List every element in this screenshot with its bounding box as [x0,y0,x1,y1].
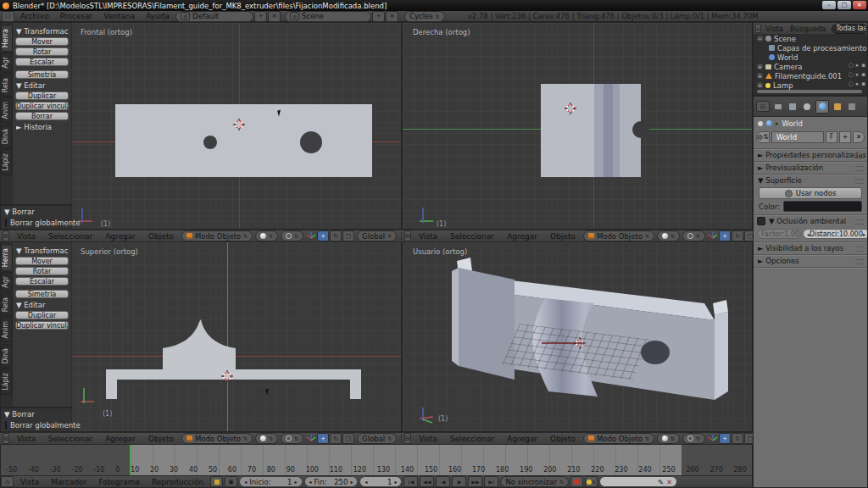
menu-agregar[interactable]: Agregar [100,232,141,241]
next-keyframe-button[interactable]: ▶▶ [468,476,482,487]
usar-nodos-button[interactable]: Usar nodos [759,187,862,199]
menu-procesar[interactable]: Procesar [55,12,98,20]
shelf-tab-animacion[interactable]: Anim [1,317,13,343]
menu-agregar[interactable]: Agregar [502,232,542,241]
editor-type-icon[interactable]: ⊞ [3,230,9,241]
timeline-editor-icon[interactable]: ◷ [1,476,14,487]
fake-user-button[interactable]: F [826,131,837,143]
outliner-editor-icon[interactable]: ≡ [755,24,761,33]
rotar-button[interactable]: Rotar [15,47,69,56]
expand-icon[interactable]: + [757,64,763,69]
mode-dropdown[interactable]: Modo Objeto⇅ [583,230,654,241]
panel-transformacion[interactable]: ▼ Transformación [16,247,69,255]
mover-button[interactable]: Mover [15,257,69,265]
escalar-button[interactable]: Escalar [15,277,69,286]
panel-historia[interactable]: ► Historia [16,123,69,131]
eyedropper-icon[interactable]: ✎ [658,478,664,486]
mover-button[interactable]: Mover [15,37,69,46]
manipulator-axes-icon[interactable] [708,433,718,442]
panel-editar[interactable]: ▼ Editar [16,81,69,90]
operator-panel-title[interactable]: ▼ Borrar [4,208,69,216]
close-button[interactable]: ✕ [853,1,866,9]
duplicar-button[interactable]: Duplicar [15,311,69,319]
timeline-menu-vista[interactable]: Vista [15,478,44,486]
restrict-icons[interactable]: ○▸▪ [849,80,865,87]
tab-render[interactable] [772,101,784,113]
jump-to-start-button[interactable]: |◀ [403,476,418,487]
pin-icon[interactable] [758,121,763,126]
duplicar-button[interactable]: Duplicar [15,92,69,100]
mode-dropdown[interactable]: Modo Objeto⇅ [181,230,253,241]
translate-manipulator-button[interactable]: + [317,433,329,444]
borrar-globalmente-checkbox[interactable] [5,219,7,227]
outliner-row-world[interactable]: World [754,53,867,62]
lock-frame-range-button[interactable]: ▣ [225,476,237,487]
simetria-button[interactable]: Simetría [15,70,69,79]
menu-vista[interactable]: Vista [12,435,41,443]
duplicar-vinculado-button[interactable]: Duplicar vinculado [15,102,69,110]
manipulator-axes-icon[interactable] [708,230,718,240]
outliner-row-scene[interactable]: − Scene [754,34,867,43]
timeline-menu-fotograma[interactable]: Fotograma [93,478,145,486]
play-reverse-button[interactable]: ◀ [436,476,450,487]
translate-manipulator-button[interactable]: + [317,230,329,241]
pivot-dropdown[interactable]: ⇅ [281,230,303,241]
jump-to-end-button[interactable]: ▶| [484,476,498,487]
collapse-icon[interactable]: − [757,36,763,42]
outliner-row-render-layers[interactable]: Capas de procesamiento [754,43,867,53]
outliner-row-lamp[interactable]: + Lamp ○▸▪ [754,80,867,90]
shelf-tab-relaciones[interactable]: Rela [1,293,13,316]
shelf-tab-dinamica[interactable]: Diná [1,344,13,368]
menu-seleccionar[interactable]: Seleccionar [43,232,97,241]
outliner-menu-vista[interactable]: Vista [763,25,786,33]
ao-enable-checkbox[interactable] [757,217,765,225]
rotar-button[interactable]: Rotar [15,267,69,275]
menu-vista[interactable]: Vista [414,232,442,241]
viewport-usuario[interactable]: Usuario (ortog) (1) [402,241,753,432]
previous-keyframe-button[interactable]: ◀◀ [420,476,434,487]
viewport-frontal[interactable]: Frontal (ortog) (1) Herra Agr Rela Anim … [0,22,402,230]
scene-add-button[interactable]: + [372,11,385,22]
keying-set-dropdown[interactable]: ⇅ [585,476,598,487]
menu-seleccionar[interactable]: Seleccionar [445,435,499,443]
clear-keying-set-icon[interactable]: ✕ [666,478,672,486]
panel-transformacion[interactable]: ▼ Transformación [16,27,69,36]
shelf-tab-herramientas[interactable]: Herra [1,25,13,52]
viewport-superior[interactable]: Superior (ortog) (1) Herra Agr Rela Anim… [0,241,402,432]
render-engine-dropdown[interactable]: Cycles⇅ [404,11,445,22]
ao-factor-slider[interactable]: Factor:1.00 [757,229,801,239]
outliner-menu-busqueda[interactable]: Búsqueda [787,25,828,33]
tab-scene[interactable] [801,101,813,113]
rotate-manipulator-button[interactable]: ↻ [330,433,342,444]
shading-dropdown[interactable]: ⇅ [657,230,680,241]
panel-previsualizacion[interactable]: ► Previsualización [754,162,867,174]
menu-ayuda[interactable]: Ayuda [141,12,175,20]
rotate-manipulator-button[interactable]: ↻ [330,230,342,241]
panel-superficie[interactable]: ▼ Superficie [754,175,867,186]
minimize-button[interactable]: – [822,1,836,9]
menu-agregar[interactable]: Agregar [502,435,542,443]
translate-manipulator-button[interactable]: + [719,433,731,444]
rotate-manipulator-button[interactable]: ↻ [732,230,743,241]
new-datablock-button[interactable]: + [839,131,851,143]
tab-world[interactable] [815,100,829,114]
timeline-menu-marcador[interactable]: Marcador [46,478,92,486]
scale-manipulator-button[interactable]: □ [744,433,753,444]
orientation-dropdown[interactable]: Global⇅ [357,433,397,444]
ao-distance-slider[interactable]: ◂Distanci:10.000▸ [803,229,868,239]
editor-type-icon[interactable]: ⊞ [404,230,411,241]
panel-oclusion-ambiental[interactable]: ▼ Oclusión ambiental [754,215,867,227]
shelf-tab-herramientas[interactable]: Herra [1,244,13,271]
manipulator-axes-icon[interactable] [306,230,316,240]
escalar-button[interactable]: Escalar [15,58,69,66]
tab-render-layers[interactable] [787,101,798,113]
pivot-dropdown[interactable]: ⇅ [281,433,303,444]
shelf-tab-agregar[interactable]: Agr [1,272,13,292]
scale-manipulator-button[interactable]: □ [744,230,753,241]
color-swatch[interactable] [783,201,862,212]
menu-objeto[interactable]: Objeto [143,232,179,241]
current-frame-field[interactable]: ◂1▸ [359,476,402,487]
duplicar-vinculado-button[interactable]: Duplicar vinculado [15,321,69,330]
panel-opciones[interactable]: ► Opciones [754,255,867,267]
outliner-scrollbar[interactable] [757,90,862,93]
